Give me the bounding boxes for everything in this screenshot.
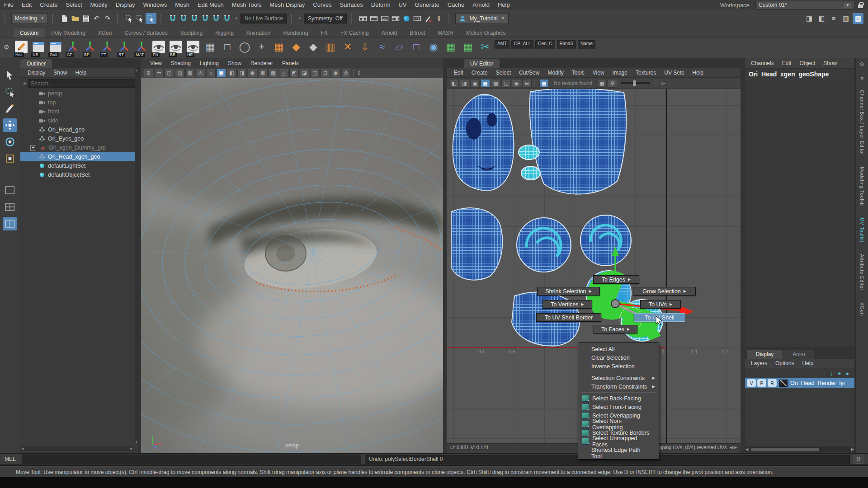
uv-editor-menu-item[interactable]: Create bbox=[468, 70, 491, 76]
tab-uv-toolkit[interactable]: UV Toolkit bbox=[859, 218, 865, 242]
command-language-toggle[interactable]: MEL bbox=[5, 456, 18, 462]
shelf-plane[interactable]: ▱ bbox=[392, 39, 407, 57]
channel-box-menu-item[interactable]: Object bbox=[795, 60, 819, 66]
context-menu-item[interactable]: Clear Selection bbox=[578, 353, 659, 362]
checker-display-icon[interactable]: ▦ bbox=[539, 79, 549, 88]
magnet-icon[interactable] bbox=[211, 13, 222, 24]
shelf-orange-grid[interactable]: ▦ bbox=[271, 39, 287, 57]
shelf-be[interactable]: BE bbox=[168, 39, 184, 57]
shelf-sphere-wire[interactable]: ◯ bbox=[237, 39, 252, 57]
toggle-channel-box[interactable]: ≡ bbox=[828, 13, 839, 24]
marking-menu-to-uvs[interactable]: To UVs▶ bbox=[640, 300, 681, 309]
context-menu-item[interactable]: Inverse Selection bbox=[578, 362, 659, 371]
uv-editor-menu-item[interactable]: Image bbox=[609, 70, 631, 76]
view-transform[interactable]: ⊞ bbox=[522, 79, 532, 88]
shelf-cube-wire[interactable]: □ bbox=[220, 39, 235, 57]
wireframe-on-shaded[interactable]: ◨ bbox=[237, 69, 247, 77]
shelf-green-grid-2[interactable]: ▦ bbox=[460, 39, 476, 57]
film-gate[interactable]: ▭ bbox=[154, 69, 164, 77]
uv-editor-panel-tab[interactable]: UV Editor bbox=[464, 59, 500, 68]
anti-alias[interactable]: ⊟ bbox=[321, 69, 330, 77]
display-image-toggle[interactable]: ◉ bbox=[512, 79, 521, 88]
shelf-delete-column[interactable]: ✕ bbox=[340, 39, 355, 57]
context-menu-item[interactable] bbox=[581, 372, 656, 372]
scale-icon[interactable] bbox=[3, 152, 17, 165]
filter-icon[interactable]: ⌖ bbox=[23, 80, 26, 87]
outliner-vertical-scrollbar[interactable]: ▲▼ bbox=[135, 68, 138, 445]
marking-menu-grow-selection[interactable]: Grow Selection▶ bbox=[633, 287, 696, 296]
shelf-attr-down[interactable]: ⇩ bbox=[357, 39, 373, 57]
drag-handle[interactable] bbox=[52, 14, 55, 23]
uv-editor-menu-item[interactable]: UV Sets bbox=[660, 70, 688, 76]
uv-editor-menu-item[interactable]: Tools bbox=[568, 70, 588, 76]
magnet-icon[interactable] bbox=[200, 13, 211, 24]
viewport-menu-item[interactable]: Lighting bbox=[195, 60, 223, 66]
uv-editor-menu-item[interactable]: Textures bbox=[632, 70, 660, 76]
shelf-cut-uv[interactable]: ✂ bbox=[477, 39, 493, 57]
drag-handle[interactable] bbox=[351, 14, 354, 23]
move-icon[interactable] bbox=[3, 118, 17, 132]
shelf-node-editor[interactable]: NE bbox=[31, 39, 46, 57]
shelf-green-grid-1[interactable]: ▦ bbox=[443, 39, 458, 57]
viewport-menu-item[interactable]: Panels bbox=[278, 60, 303, 66]
channel-box-menu-item[interactable]: Edit bbox=[778, 60, 796, 66]
context-menu-item[interactable]: Select Non-Overlapping bbox=[578, 420, 659, 428]
lasso-icon[interactable] bbox=[3, 85, 17, 99]
context-menu-item[interactable] bbox=[581, 392, 656, 393]
shelf-tab[interactable]: Rendering bbox=[277, 28, 314, 38]
outliner-horizontal-scrollbar[interactable]: ◀▶ bbox=[20, 446, 134, 451]
magnet-icon[interactable] bbox=[178, 13, 189, 24]
magnet-icon[interactable] bbox=[222, 13, 232, 24]
sphereblue-icon[interactable] bbox=[401, 13, 412, 24]
workspace-lock-icon[interactable] bbox=[857, 1, 864, 9]
viewport-menu-item[interactable]: View bbox=[146, 60, 166, 66]
filmeye-icon[interactable] bbox=[358, 13, 368, 24]
texture-settings[interactable]: ⚙ bbox=[608, 79, 617, 88]
shelf-mat[interactable]: MAT bbox=[134, 39, 149, 57]
context-menu-item[interactable]: Select Front-Facing bbox=[578, 403, 659, 411]
shelf-tab[interactable]: Animation bbox=[240, 28, 277, 38]
menu-item[interactable]: Select bbox=[61, 0, 86, 10]
safe-action[interactable]: ◎ bbox=[196, 69, 205, 77]
menu-item[interactable]: Display bbox=[112, 0, 139, 10]
toggle-layer-editor[interactable]: ▤ bbox=[853, 13, 863, 24]
layer-render-toggle[interactable]: R bbox=[768, 379, 777, 387]
shelf-tab[interactable]: Bifrost bbox=[403, 28, 431, 38]
tab-attribute-editor[interactable]: Attribute Editor bbox=[859, 254, 865, 291]
create-layer-from-selected[interactable]: ● bbox=[845, 370, 849, 377]
gamma[interactable]: ◎ bbox=[341, 69, 351, 77]
layer-color-swatch[interactable] bbox=[779, 380, 788, 387]
marking-menu-to-vertices[interactable]: To Vertices▶ bbox=[542, 300, 592, 309]
layer-editor-horizontal-scrollbar[interactable]: ◀▶ bbox=[745, 446, 854, 453]
xray[interactable]: ◧ bbox=[227, 69, 236, 77]
magnet-icon[interactable] bbox=[167, 13, 178, 24]
collapse-icon[interactable]: ≡ bbox=[860, 75, 863, 82]
tab-channel-box[interactable]: Channel Box / Layer Editor bbox=[859, 90, 865, 155]
viewport-menu-item[interactable]: Show bbox=[223, 60, 246, 66]
uv-editor-menu-item[interactable]: Help bbox=[689, 70, 707, 76]
shelf-ft[interactable]: FT bbox=[99, 39, 115, 57]
menu-item[interactable]: Curves bbox=[309, 0, 335, 10]
context-menu-item[interactable]: Selection Constraints ▶ bbox=[578, 374, 659, 382]
uv-editor-menu-item[interactable]: Select bbox=[492, 70, 514, 76]
exposure-value[interactable]: 0. bbox=[358, 70, 362, 76]
shelf-purple-cube[interactable]: □ bbox=[409, 39, 424, 57]
toolbar-overflow-icon[interactable]: ≫ bbox=[660, 81, 665, 86]
pin-icon[interactable]: ⊙ bbox=[859, 61, 864, 67]
save-icon[interactable] bbox=[80, 13, 91, 24]
pause-viewport[interactable]: ‖ bbox=[434, 13, 444, 24]
menu-item[interactable]: Windows bbox=[139, 0, 171, 10]
layer-editor-tab[interactable]: Anim bbox=[783, 350, 814, 359]
move-layer-down[interactable]: ↓ bbox=[830, 370, 833, 377]
isolate-select[interactable]: ▣ bbox=[217, 69, 226, 77]
shelf-tab[interactable]: Sculpting bbox=[174, 28, 209, 38]
outliner-item[interactable]: front bbox=[20, 107, 138, 116]
gear-icon[interactable]: ⚙ bbox=[4, 39, 12, 55]
shelf-script-button[interactable]: AMT bbox=[495, 40, 509, 49]
shelf-tab[interactable]: MASH bbox=[431, 28, 460, 38]
shelf-tab[interactable]: Poly Modeling bbox=[45, 28, 91, 38]
menu-item[interactable]: Deform bbox=[367, 0, 395, 10]
chevron-down-icon[interactable]: ▾ bbox=[299, 16, 301, 20]
image-dim-slider[interactable] bbox=[621, 82, 650, 84]
film-icon[interactable] bbox=[368, 13, 379, 24]
